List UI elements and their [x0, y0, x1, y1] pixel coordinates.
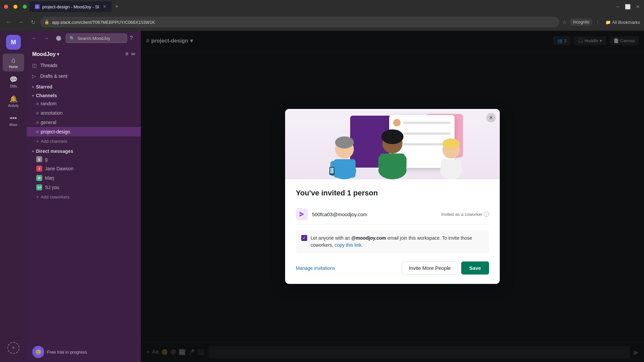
more-icon: ••• — [10, 114, 17, 122]
close-icon[interactable]: ✕ — [636, 4, 640, 9]
compose-icon[interactable]: ✏ — [131, 51, 136, 57]
tab-title: project-design - MoodJoy - Sl — [42, 4, 99, 9]
refresh-button[interactable]: ↻ — [28, 17, 38, 27]
channel-hash-icon: # — [36, 101, 39, 106]
dm-name: g — [45, 157, 48, 162]
bookmark-icon[interactable]: ☆ — [562, 19, 567, 25]
window-minimize-button[interactable] — [13, 5, 17, 9]
browser-window-controls — [4, 5, 27, 9]
workspace-name-text: MoodJoy — [32, 51, 56, 57]
drafts-icon: ▷ — [32, 73, 38, 79]
dm-item-0[interactable]: g g — [27, 155, 141, 164]
window-close-button[interactable] — [4, 5, 8, 9]
illus-person-right — [436, 130, 466, 179]
dm-label: DMs — [10, 84, 17, 88]
nav-home[interactable]: ⌂ Home — [3, 54, 24, 71]
channel-hash-icon: # — [36, 111, 39, 116]
workspace-name[interactable]: MoodJoy ▾ — [32, 51, 59, 57]
channels-section-header[interactable]: ▾ Channels — [27, 90, 141, 99]
modal-body: You've invited 1 person 500fca03@moodjoy… — [285, 179, 500, 284]
extensions-icon[interactable]: ⋮ — [595, 19, 600, 25]
main-content: # project-design ▾ 👥 3 🎧 Huddle ▾ — [141, 31, 644, 362]
channel-item-project-design[interactable]: # project-design — [27, 127, 141, 136]
invited-email: 500fca03@moodjoy.com — [312, 212, 437, 217]
minimize-icon[interactable]: ─ — [616, 4, 620, 9]
channel-item-general[interactable]: # general — [27, 118, 141, 127]
add-coworkers-button[interactable]: + Add coworkers — [27, 192, 141, 201]
invite-more-button[interactable]: Invite More People — [402, 261, 458, 275]
channel-name: random — [41, 101, 56, 106]
workspace-icon[interactable]: M — [6, 35, 21, 50]
home-icon: ⌂ — [11, 56, 15, 64]
plus-icon: + — [36, 194, 39, 199]
filter-icon[interactable]: ≡ — [125, 51, 128, 57]
dm-caret-icon: ▾ — [32, 149, 34, 153]
free-trial-item[interactable]: 😊 Free trial in progress — [27, 342, 141, 362]
svg-rect-11 — [399, 156, 407, 169]
search-icon: 🔍 — [69, 36, 75, 41]
channel-sidebar: ← → 🕐 🔍 Search MoodJoy ? MoodJoy ▾ ≡ — [27, 31, 141, 362]
sidebar-item-threads[interactable]: ◫ Threads — [27, 60, 141, 71]
all-bookmarks-label: All Bookmarks — [612, 20, 640, 25]
channels-section-title: Channels — [36, 93, 57, 98]
sidebar-item-drafts[interactable]: ▷ Drafts & sent — [27, 71, 141, 81]
dm-item-you[interactable]: SJ SJ you — [27, 183, 141, 192]
svg-point-9 — [381, 129, 404, 144]
sidebar-header-actions: ≡ ✏ — [125, 51, 136, 57]
invited-item: 500fca03@moodjoy.com Invited as a cowork… — [296, 204, 489, 225]
url-bar[interactable]: 🔒 app.slack.com/client/T067MEBPPUY/C066X… — [40, 17, 559, 27]
domain-checkbox[interactable]: ✓ — [301, 235, 307, 241]
modal-footer: Manage invitations Invite More People Sa… — [296, 259, 489, 275]
dm-item-marj[interactable]: M Marj — [27, 173, 141, 183]
address-actions: ☆ Incognito ⋮ — [562, 18, 600, 26]
add-channels-button[interactable]: + Add channels — [27, 136, 141, 146]
search-bar[interactable]: 🔍 Search MoodJoy — [66, 34, 127, 43]
dm-section-header[interactable]: ▾ Direct messages — [27, 146, 141, 155]
nav-activity[interactable]: 🔔 Activity — [3, 92, 24, 110]
manage-invitations-link[interactable]: Manage invitations — [296, 265, 335, 271]
sidebar-footer: 😊 Free trial in progress — [27, 342, 141, 362]
restore-icon[interactable]: ⬜ — [625, 4, 631, 9]
nav-forward-button[interactable]: → — [42, 34, 51, 43]
forward-button[interactable]: → — [16, 17, 25, 27]
checkbox-prefix: Let anyone with an — [311, 235, 351, 241]
window-maximize-button[interactable] — [23, 5, 27, 9]
starred-section-header[interactable]: ▾ Starred — [27, 81, 141, 90]
profile-badge[interactable]: Incognito — [570, 18, 593, 26]
active-tab[interactable]: S project-design - MoodJoy - Sl ✕ — [30, 1, 112, 12]
channel-item-annotation[interactable]: # annotation — [27, 108, 141, 118]
dm-section-title: Direct messages — [36, 148, 73, 154]
threads-icon: ◫ — [32, 63, 38, 68]
tab-close-button[interactable]: ✕ — [103, 4, 106, 9]
sidebar-header: MoodJoy ▾ ≡ ✏ — [27, 46, 141, 60]
channel-name: general — [41, 120, 56, 125]
lock-icon: 🔒 — [44, 20, 49, 24]
nav-more[interactable]: ••• More — [3, 112, 24, 129]
help-icon[interactable]: ? — [130, 35, 133, 41]
dm-icon: 💬 — [9, 75, 18, 83]
save-button[interactable]: Save — [461, 261, 489, 275]
svg-point-2 — [335, 136, 354, 148]
copy-link[interactable]: copy this link — [335, 242, 362, 248]
history-button[interactable]: 🕐 — [54, 34, 63, 43]
add-workspace-button[interactable]: + — [7, 342, 19, 354]
dm-item-jane[interactable]: J Jane Dawson — [27, 164, 141, 173]
dm-avatar-you: SJ — [36, 184, 42, 190]
drafts-label: Drafts & sent — [40, 73, 67, 79]
plus-icon: + — [36, 139, 39, 144]
all-bookmarks-btn[interactable]: 📁 All Bookmarks — [605, 20, 640, 25]
invited-role-text: Invited as a coworker — [441, 212, 482, 217]
add-channels-label: Add channels — [41, 139, 67, 144]
info-icon[interactable]: i — [484, 212, 489, 217]
nav-dms[interactable]: 💬 DMs — [3, 73, 24, 91]
new-tab-button[interactable]: + — [113, 3, 121, 10]
free-trial-label: Free trial in progress — [47, 350, 87, 355]
address-bar: ← → ↻ 🔒 app.slack.com/client/T067MEBPPUY… — [0, 13, 644, 31]
dm-name-jane: Jane Dawson — [45, 166, 73, 171]
paper-plane-icon — [299, 211, 305, 217]
modal-close-button[interactable]: ✕ — [486, 113, 496, 122]
sidebar-icons: M ⌂ Home 💬 DMs 🔔 Activity ••• More + — [0, 31, 27, 362]
channel-item-random[interactable]: # random — [27, 99, 141, 108]
nav-back-button[interactable]: ← — [30, 34, 39, 43]
back-button[interactable]: ← — [4, 17, 13, 27]
